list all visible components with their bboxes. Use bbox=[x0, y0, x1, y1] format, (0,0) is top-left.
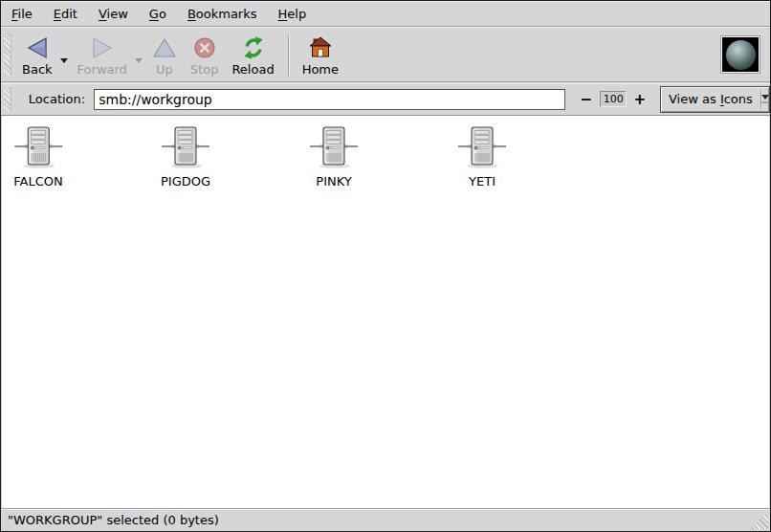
forward-label: Forward bbox=[77, 62, 127, 77]
stop-icon bbox=[192, 34, 217, 61]
menu-label: H bbox=[278, 7, 288, 21]
menu-item-view[interactable]: View bbox=[88, 2, 139, 26]
menu-item-help[interactable]: Help bbox=[268, 2, 318, 26]
up-button[interactable]: Up bbox=[145, 33, 184, 78]
zoom-out-button[interactable]: − bbox=[579, 93, 595, 106]
stop-button[interactable]: Stop bbox=[184, 33, 226, 78]
server-icon bbox=[457, 125, 507, 172]
back-history-chevron-down-icon[interactable] bbox=[60, 58, 68, 63]
menu-label: B bbox=[187, 7, 196, 21]
throbber-icon bbox=[721, 36, 760, 73]
menu-item-edit[interactable]: Edit bbox=[43, 2, 88, 26]
file-icon-falcon[interactable]: FALCON bbox=[11, 125, 64, 188]
home-label: Home bbox=[302, 62, 339, 77]
file-icon-yeti[interactable]: YETI bbox=[457, 125, 507, 188]
file-icon-pigdog[interactable]: PIGDOG bbox=[159, 125, 212, 188]
view-mode-label: View as Icons bbox=[661, 92, 760, 106]
menu-item-go[interactable]: Go bbox=[139, 2, 177, 26]
up-label: Up bbox=[156, 62, 173, 77]
file-label: PINKY bbox=[314, 174, 353, 188]
menu-bar: File Edit View Go Bookmarks Help bbox=[1, 1, 770, 27]
status-text: "WORKGROUP" selected (0 bytes) bbox=[8, 513, 219, 527]
file-label: YETI bbox=[467, 174, 497, 188]
toolbar-separator bbox=[288, 35, 289, 76]
server-icon bbox=[161, 125, 210, 172]
server-icon bbox=[13, 125, 63, 172]
back-label: Back bbox=[22, 62, 53, 77]
menu-label: iew bbox=[107, 7, 128, 21]
home-icon bbox=[308, 34, 333, 61]
menu-label: dit bbox=[61, 7, 77, 21]
forward-arrow-icon bbox=[90, 34, 115, 61]
icon-view[interactable]: FALCON PIGDOG bbox=[2, 116, 769, 509]
reload-label: Reload bbox=[231, 62, 274, 77]
status-bar: "WORKGROUP" selected (0 bytes) bbox=[1, 508, 770, 531]
back-arrow-icon bbox=[25, 34, 50, 61]
menu-label: o bbox=[159, 7, 166, 21]
chevron-down-icon bbox=[760, 95, 769, 103]
view-mode-dropdown[interactable]: View as Icons bbox=[660, 86, 770, 113]
menu-label: E bbox=[54, 7, 61, 21]
file-label: PIGDOG bbox=[159, 174, 212, 188]
menu-label: G bbox=[149, 7, 159, 21]
zoom-in-button[interactable]: + bbox=[631, 93, 648, 106]
location-bar: Location: − 100 + View as Icons bbox=[1, 83, 770, 116]
forward-history-chevron-down-icon[interactable] bbox=[135, 58, 143, 63]
stop-label: Stop bbox=[190, 62, 219, 77]
menu-item-file[interactable]: File bbox=[1, 2, 43, 26]
resize-grip[interactable] bbox=[750, 511, 768, 529]
file-label: FALCON bbox=[11, 174, 64, 188]
reload-button[interactable]: Reload bbox=[225, 33, 280, 78]
file-icon-pinky[interactable]: PINKY bbox=[309, 125, 359, 188]
file-manager-window: File Edit View Go Bookmarks Help Back Fo… bbox=[0, 0, 771, 532]
menu-label: ile bbox=[18, 7, 33, 21]
reload-icon bbox=[241, 34, 266, 61]
location-input[interactable] bbox=[94, 89, 564, 110]
zoom-level-indicator: 100 bbox=[600, 91, 627, 107]
main-toolbar: Back Forward Up Stop bbox=[1, 27, 770, 82]
menu-label: V bbox=[99, 7, 107, 21]
menu-label: ookmarks bbox=[196, 7, 257, 21]
forward-button[interactable]: Forward bbox=[71, 33, 134, 78]
menu-label: elp bbox=[287, 7, 306, 21]
throbber-sphere bbox=[726, 40, 756, 70]
up-arrow-icon bbox=[152, 34, 177, 61]
location-bar-drag-handle[interactable] bbox=[4, 87, 11, 112]
server-icon bbox=[309, 125, 359, 172]
back-button[interactable]: Back bbox=[15, 33, 59, 78]
home-button[interactable]: Home bbox=[296, 33, 345, 78]
location-label: Location: bbox=[29, 92, 85, 106]
toolbar-drag-handle[interactable] bbox=[4, 33, 11, 76]
menu-item-bookmarks[interactable]: Bookmarks bbox=[177, 2, 268, 26]
